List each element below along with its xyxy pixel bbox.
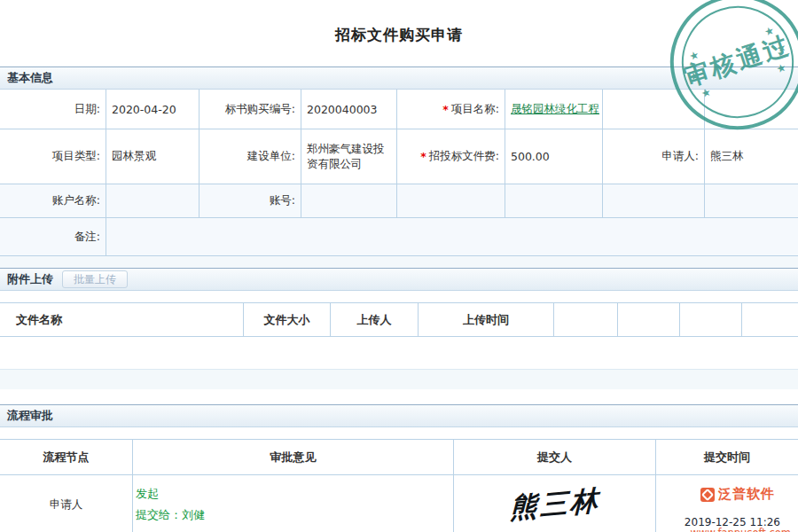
empty-cell [505, 184, 603, 218]
account-name-value [106, 184, 200, 218]
empty-cell [603, 184, 705, 218]
approval-header-node: 流程节点 [0, 440, 133, 475]
construction-unit-value: 郑州豪气建设投资有限公司 [301, 129, 397, 184]
bid-doc-fee-value: 500.00 [505, 129, 603, 184]
approval-action-text: 发起 [136, 483, 159, 505]
page-header: 招标文件购买申请 [0, 0, 798, 66]
fanpu-watermark: 泛普软件 [700, 486, 775, 503]
approval-header-opinion: 审批意见 [133, 440, 454, 475]
account-number-value [301, 184, 397, 218]
empty-header-cell [554, 303, 618, 337]
approval-time-cell: 泛普软件 2019-12-25 11:26 www.fanpusoft.com [656, 475, 798, 532]
approval-header-submitter: 提交人 [454, 440, 656, 475]
approval-node-cell: 申请人 [0, 475, 133, 532]
bid-number-label: 标书购买编号: [200, 90, 301, 129]
bid-number-value: 2020040003 [301, 90, 397, 129]
date-label: 日期: [0, 90, 106, 129]
approval-section-header: 流程审批 [0, 404, 798, 427]
batch-upload-button[interactable]: 批量上传 [62, 270, 128, 288]
project-type-value: 园林景观 [106, 129, 200, 184]
attachments-section-header: 附件上传 批量上传 [0, 268, 798, 291]
basic-info-section-header: 基本信息 [0, 66, 798, 90]
required-mark: * [442, 103, 449, 116]
attachments-header-file-size: 文件大小 [244, 303, 331, 337]
empty-cell [705, 90, 798, 129]
project-name-link[interactable]: 晟铭园林绿化工程 [511, 102, 599, 117]
fanpu-logo-icon [700, 488, 715, 502]
approval-opinion-cell: 发起 提交给：刘健 [133, 475, 454, 532]
project-name-label: * 项目名称: [397, 90, 505, 129]
applicant-value: 熊三林 [705, 129, 798, 184]
submitter-signature: 熊三林 [509, 481, 599, 527]
attachments-header-uploader: 上传人 [331, 303, 419, 337]
bid-doc-fee-label: * 招投标文件费: [397, 129, 505, 184]
required-mark: * [420, 150, 426, 163]
basic-info-section-title: 基本信息 [7, 67, 53, 89]
empty-cell [603, 90, 705, 129]
fanpu-brand-text: 泛普软件 [718, 486, 775, 503]
page-title: 招标文件购买申请 [0, 0, 798, 45]
empty-header-cell [742, 303, 798, 337]
attachments-footer-strip [0, 370, 798, 389]
attachments-header-file-name: 文件名称 [0, 303, 244, 337]
submit-time-text: 2019-12-25 11:26 [685, 516, 780, 528]
approval-table-header: 流程节点 审批意见 提交人 提交时间 [0, 439, 798, 475]
empty-header-cell [618, 303, 680, 337]
section-spacer [0, 256, 798, 268]
attachments-empty-row [0, 337, 798, 370]
attachments-section-title: 附件上传 [7, 269, 53, 290]
account-number-label: 账号: [200, 184, 301, 218]
account-name-label: 账户名称: [0, 184, 106, 218]
construction-unit-label: 建设单位: [200, 129, 301, 184]
empty-cell [397, 184, 505, 218]
project-name-cell: 晟铭园林绿化工程 [505, 90, 603, 129]
remark-label: 备注: [0, 218, 106, 256]
approval-section-title: 流程审批 [7, 405, 53, 426]
basic-info-table: 日期: 2020-04-20 标书购买编号: 2020040003 * 项目名称… [0, 90, 798, 256]
approval-submitter-cell: 熊三林 [454, 475, 656, 532]
empty-cell [705, 184, 798, 218]
attachments-header-upload-time: 上传时间 [419, 303, 554, 337]
applicant-label: 申请人: [603, 129, 705, 184]
approval-table-row: 申请人 发起 提交给：刘健 熊三林 泛普软件 2019-12-25 11:26 … [0, 475, 798, 532]
remark-value [106, 218, 798, 256]
empty-header-cell [680, 303, 742, 337]
approval-header-submit-time: 提交时间 [656, 440, 798, 475]
approval-submit-to-text: 提交给：刘健 [136, 505, 205, 526]
date-value: 2020-04-20 [106, 90, 200, 129]
project-type-label: 项目类型: [0, 129, 106, 184]
attachments-table-header: 文件名称 文件大小 上传人 上传时间 [0, 302, 798, 337]
